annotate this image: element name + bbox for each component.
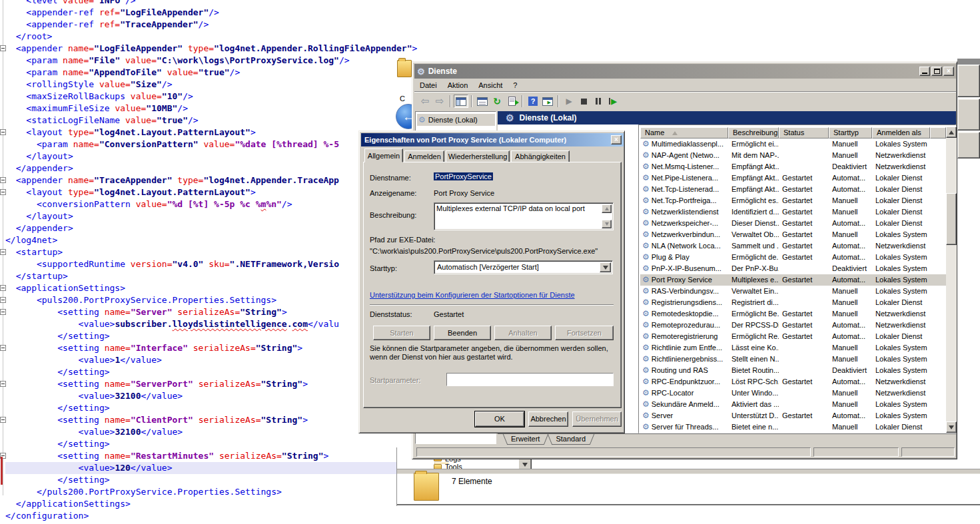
service-starttype-cell: Automat...: [829, 184, 872, 195]
table-row[interactable]: NAP-Agent (Netwo...Mit dem NAP-...Manuel…: [640, 150, 946, 161]
service-gear-icon: [642, 274, 650, 286]
blank-cell: [930, 354, 946, 365]
blank-cell: [930, 410, 946, 421]
start-service-button[interactable]: ▶: [562, 95, 576, 108]
table-row[interactable]: NetzwerklistendienstIdentifiziert d...Ge…: [640, 206, 946, 218]
forward-button[interactable]: ⇨: [432, 95, 447, 108]
maximize-button[interactable]: [931, 67, 942, 76]
column-header-starttyp[interactable]: Starttyp: [829, 127, 872, 138]
code-line: <setting name="ClientPort" serializeAs="…: [5, 414, 308, 426]
table-row[interactable]: Net.Pipe-Listenera...Empfängt Akt...Gest…: [640, 172, 946, 184]
scroll-down-icon: [949, 425, 954, 429]
refresh-button[interactable]: ↻: [490, 95, 504, 108]
table-row[interactable]: RAS-Verbindungsv...Verwaltet Ein...Manue…: [640, 286, 946, 297]
table-row[interactable]: NLA (Network Loca...Sammelt und ...Gesta…: [640, 240, 946, 252]
code-line: <startup>: [5, 246, 63, 258]
service-gear-icon: [642, 388, 650, 399]
table-row[interactable]: Remoteprozedurau...Der RPCSS-Di...Gestar…: [640, 320, 946, 331]
table-row[interactable]: Richtlinie zum Entfe...Lässt eine Ko...M…: [640, 342, 946, 354]
service-gear-icon: [642, 320, 650, 331]
menu-item-hilfe[interactable]: ?: [508, 81, 522, 89]
properties-button[interactable]: [475, 95, 490, 108]
table-row[interactable]: ServerUnterstützt D...GestartetAutomat..…: [640, 410, 946, 421]
tab-erweitert[interactable]: Erweitert: [507, 434, 544, 445]
table-row[interactable]: Plug & PlayErmöglicht de...GestartetAuto…: [640, 252, 946, 263]
table-row[interactable]: Netzwerkspeicher-...Dieser Dienst...Gest…: [640, 218, 946, 229]
pause-service-button[interactable]: [591, 95, 606, 108]
code-line: <value>1</value>: [5, 354, 162, 366]
table-row[interactable]: RPC-Endpunktzuor...Löst RPC-Sch...Gestar…: [640, 376, 946, 388]
service-status-cell: [779, 399, 829, 410]
back-button[interactable]: ⇦: [418, 95, 432, 108]
stop-service-button[interactable]: [576, 95, 591, 108]
column-header-status[interactable]: Status: [779, 127, 829, 138]
table-row[interactable]: Netzwerkverbindun...Verwaltet Ob...Gesta…: [640, 229, 946, 240]
dialog-close-button[interactable]: ×: [611, 135, 622, 144]
dialog-title-bar[interactable]: Eigenschaften von Port Proxy Service (Lo…: [361, 133, 624, 146]
vertical-scrollbar[interactable]: [946, 127, 957, 433]
tab-allgemein[interactable]: Allgemein: [364, 148, 403, 162]
service-name-cell: Net.Tcp-Listenerad...: [640, 184, 728, 195]
menu-item-datei[interactable]: Datei: [414, 81, 442, 89]
export-list-button[interactable]: [504, 95, 519, 108]
code-line: <maximumFileSize value="10MB"/>: [5, 103, 188, 115]
table-row[interactable]: Sekundäre Anmeld...Aktiviert das ...Manu…: [640, 399, 946, 410]
show-console-tree-button[interactable]: [454, 95, 468, 108]
service-description-cell: Dieser Dienst...: [728, 218, 779, 229]
code-change-bar: [1, 457, 3, 485]
table-row[interactable]: Richtlinienergebniss...Stellt einen N...…: [640, 354, 946, 365]
service-starttype-cell: Manuell: [829, 138, 872, 150]
service-logon-cell: Lokales System: [872, 138, 930, 150]
apply-button[interactable]: Übernehmen: [572, 411, 622, 427]
scrollbar-thumb[interactable]: [946, 193, 957, 245]
table-row[interactable]: RPC-LocatorUnter Windo...ManuellNetzwerk…: [640, 388, 946, 399]
restart-service-button[interactable]: ▶: [606, 95, 620, 108]
table-row[interactable]: Server für Threads...Bietet eine n...Man…: [640, 421, 946, 433]
service-logon-cell: Netzwerkdienst: [872, 376, 930, 388]
code-line: <rollingStyle value="Size"/>: [5, 79, 172, 91]
title-bar[interactable]: Dienste ×: [414, 64, 956, 79]
table-row[interactable]: Multimediaklassenpl...Ermöglicht ei...Ma…: [640, 138, 946, 150]
scroll-up-button[interactable]: [946, 127, 957, 138]
service-starttype-cell: Deaktiviert: [829, 365, 872, 376]
close-button[interactable]: ×: [943, 67, 954, 76]
toolbar-separator: [558, 95, 559, 107]
blank-cell: [930, 331, 946, 342]
column-header-beschreibung[interactable]: Beschreibung: [728, 127, 779, 138]
column-header-blank[interactable]: [930, 127, 946, 138]
table-row[interactable]: Net.Tcp-Portfreiga...Ermöglicht es...Ges…: [640, 195, 946, 206]
table-row[interactable]: Registrierungsdiens...Registriert di...M…: [640, 297, 946, 308]
minimize-button[interactable]: [919, 67, 930, 76]
help-button[interactable]: ?: [526, 95, 540, 108]
table-row[interactable]: Remotedesktopdie...Ermöglicht Be...Gesta…: [640, 308, 946, 320]
service-name-cell: RPC-Locator: [640, 388, 728, 399]
tab-standard[interactable]: Standard: [552, 434, 590, 445]
ok-button[interactable]: OK: [475, 411, 524, 427]
extended-view-button[interactable]: [540, 95, 555, 108]
tab-anmelden[interactable]: Anmelden: [404, 150, 444, 162]
tab-slant: [590, 434, 594, 445]
service-starttype-cell: Manuell: [829, 206, 872, 218]
table-row[interactable]: Net.Tcp-Listenerad...Empfängt Akt...Gest…: [640, 184, 946, 195]
code-line: <setting name="ServerPort" serializeAs="…: [5, 378, 308, 390]
service-description-cell: Ermöglicht Re...: [728, 331, 779, 342]
scroll-down-button[interactable]: [946, 421, 957, 433]
tab-abhaengigkeiten[interactable]: Abhängigkeiten: [511, 150, 570, 162]
table-row[interactable]: RemoteregistrierungErmöglicht Re...Gesta…: [640, 331, 946, 342]
menu-item-aktion[interactable]: Aktion: [442, 81, 474, 89]
table-row[interactable]: Net.Msmq-Listener...Empfängt Akt...Deakt…: [640, 161, 946, 172]
service-logon-cell: Lokales System: [872, 263, 930, 274]
column-header-name[interactable]: Name: [640, 127, 728, 138]
tree-item-dienste-lokal[interactable]: Dienste (Lokal): [417, 114, 495, 126]
table-row[interactable]: PnP-X-IP-Busenum...Der PnP-X-Bu...Deakti…: [640, 263, 946, 274]
code-line: <supportedRuntime version="v4.0" sku=".N…: [5, 258, 339, 270]
menu-item-ansicht[interactable]: Ansicht: [473, 81, 508, 89]
tab-wiederherstellung[interactable]: Wiederherstellung: [446, 150, 510, 162]
table-row[interactable]: Port Proxy ServiceMultiplexes e...Gestar…: [640, 274, 946, 286]
service-name-cell: Sekundäre Anmeld...: [640, 399, 728, 410]
table-row[interactable]: Routing und RASBietet Routin...Deaktivie…: [640, 365, 946, 376]
service-status-cell: [779, 388, 829, 399]
cancel-button[interactable]: Abbrechen: [528, 411, 568, 427]
column-header-anmelden-als[interactable]: Anmelden als: [872, 127, 930, 138]
service-starttype-cell: Automat...: [829, 240, 872, 252]
